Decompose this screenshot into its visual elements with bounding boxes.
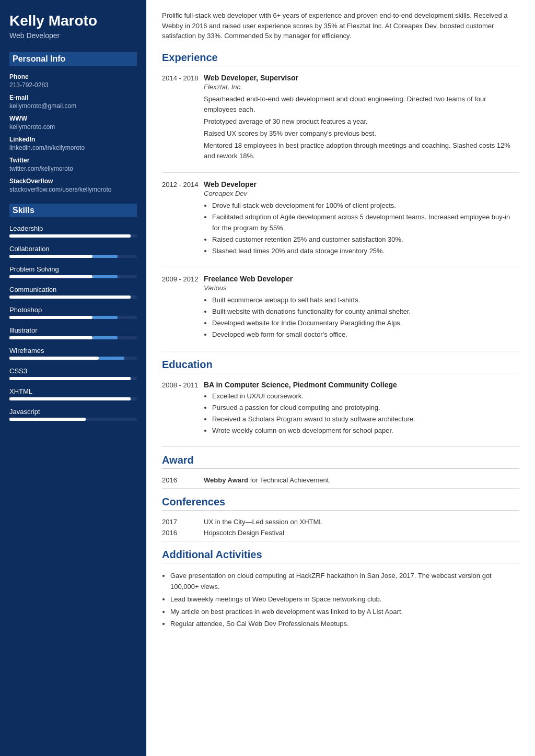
conference-text: UX in the City—Led session on XHTML [204,518,323,526]
skill-name: CSS3 [9,367,137,375]
skill-bar-bg [9,275,137,278]
exp-dates: 2014 - 2018 [162,74,204,163]
info-label: Twitter [9,157,137,164]
info-label: LinkedIn [9,136,137,143]
skill-name: Communication [9,286,137,293]
skill-item: Collaboration [9,245,137,258]
skill-bar-bg [9,357,137,360]
conference-row: 2017UX in the City—Led session on XHTML [162,518,519,526]
skill-item: Illustrator [9,326,137,339]
skill-bar-dot [99,357,124,360]
exp-paragraph: Raised UX scores by 35% over company's p… [204,128,519,139]
conferences-section: 2017UX in the City—Led session on XHTML2… [162,518,519,537]
exp-bullet-item: Facilitated adoption of Agile developmen… [212,212,519,233]
skill-bar-bg [9,296,137,299]
education-block: 2008 - 2011BA in Computer Science, Piedm… [162,381,519,438]
skill-bar-fill [9,397,131,400]
exp-job-title: Freelance Web Developer [204,275,519,283]
skill-item: Wireframes [9,347,137,360]
exp-job-title: Web Developer, Supervisor [204,74,519,82]
edu-bullet-item: Excelled in UX/UI coursework. [212,391,519,401]
experience-block: 2014 - 2018Web Developer, SupervisorFlex… [162,74,519,163]
section-divider [162,172,519,173]
education-section-title: Education [162,359,519,373]
skill-bar-bg [9,234,137,238]
award-year: 2016 [162,476,204,484]
skill-bar-fill [9,234,131,238]
skill-name: Problem Solving [9,265,137,273]
exp-paragraph: Prototyped average of 30 new product fea… [204,116,519,127]
section-divider [162,267,519,267]
experience-block: 2012 - 2014Web DeveloperCoreapex DevDrov… [162,180,519,257]
skill-bar-fill [9,418,86,421]
edu-bullet-item: Wrote weekly column on web development f… [212,426,519,436]
info-label: E-mail [9,94,137,101]
additional-bullet-item: Lead biweekly meetings of Web Developers… [170,594,519,605]
skills-section: LeadershipCollaborationProblem SolvingCo… [9,225,137,421]
info-label: Phone [9,73,137,80]
skill-item: Photoshop [9,306,137,319]
edu-bullets: Excelled in UX/UI coursework.Pursued a p… [212,391,519,436]
skill-bar-bg [9,336,137,339]
candidate-title: Web Developer [9,31,137,40]
skill-bar-bg [9,316,137,319]
conferences-section-title: Conferences [162,496,519,511]
skills-heading: Skills [9,204,137,217]
skill-bar-fill [9,255,92,258]
exp-company: Various [204,284,519,292]
skill-bar-fill [9,275,92,278]
personal-info-heading: Personal Info [9,52,137,66]
education-section: 2008 - 2011BA in Computer Science, Piedm… [162,381,519,438]
experience-block: 2009 - 2012Freelance Web DeveloperVariou… [162,275,519,341]
exp-dates: 2012 - 2014 [162,180,204,257]
main-content: Prolific full-stack web developer with 6… [146,0,535,756]
exp-bullet-item: Built website with donations functionali… [212,306,519,317]
candidate-name: Kelly Maroto [9,13,137,29]
info-value: twitter.com/kellymoroto [9,165,137,172]
skill-name: Photoshop [9,306,137,314]
exp-company: Flexztat, Inc. [204,83,519,91]
skill-name: Wireframes [9,347,137,355]
skill-bar-fill [9,316,92,319]
exp-dates: 2009 - 2012 [162,275,204,341]
skill-bar-bg [9,397,137,400]
exp-job-title: Web Developer [204,180,519,188]
personal-info-section: Phone213-792-0283E-mailkellymoroto@gmail… [9,73,137,193]
skill-bar-fill [9,336,92,339]
exp-body: Web DeveloperCoreapex DevDrove full-stac… [204,180,519,257]
edu-body: BA in Computer Science, Piedmont Communi… [204,381,519,438]
conference-year: 2017 [162,518,204,526]
summary-text: Prolific full-stack web developer with 6… [162,10,519,41]
skill-name: Illustrator [9,326,137,334]
info-value: stackoverflow.com/users/kellymoroto [9,186,137,193]
skill-name: XHTML [9,387,137,395]
skill-bar-dot [92,275,118,278]
skill-name: Javascript [9,408,137,416]
info-label: WWW [9,115,137,122]
skill-item: Javascript [9,408,137,421]
exp-bullet-item: Developed website for Indie Documentary … [212,318,519,328]
info-value: 213-792-0283 [9,81,137,89]
additional-bullet-item: Regular attendee, So Cal Web Dev Profess… [170,619,519,630]
exp-bullets: Drove full-stack web development for 100… [212,200,519,256]
conference-row: 2016Hopscotch Design Festival [162,529,519,537]
resume-container: Kelly Maroto Web Developer Personal Info… [0,0,535,756]
award-section-title: Award [162,454,519,469]
skill-bar-bg [9,418,137,421]
exp-company: Coreapex Dev [204,190,519,197]
skill-bar-bg [9,377,137,380]
award-section: 2016Webby Award for Technical Achievemen… [162,476,519,484]
exp-body: Web Developer, SupervisorFlexztat, Inc.S… [204,74,519,163]
award-row: 2016Webby Award for Technical Achievemen… [162,476,519,484]
skill-item: Problem Solving [9,265,137,278]
experience-section-title: Experience [162,52,519,66]
additional-section: Gave presentation on cloud computing at … [170,571,519,630]
skill-name: Collaboration [9,245,137,253]
skill-bar-dot [92,316,118,319]
edu-bullet-item: Received a Scholars Program award to stu… [212,414,519,424]
skill-name: Leadership [9,225,137,232]
conference-text: Hopscotch Design Festival [204,529,284,537]
additional-bullet-item: My article on best practices in web deve… [170,607,519,618]
exp-bullet-item: Slashed lead times 20% and data storage … [212,246,519,256]
edu-bullet-item: Pursued a passion for cloud computing an… [212,403,519,413]
